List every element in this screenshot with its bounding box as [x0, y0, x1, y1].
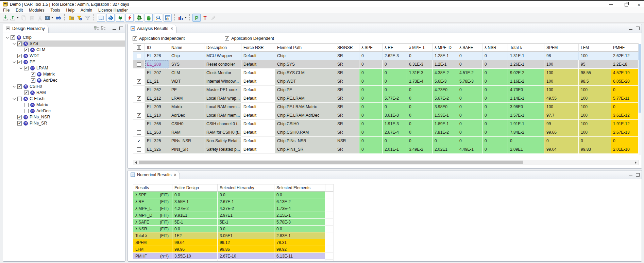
cell--mpf-l[interactable]: 1.31E-3: [407, 69, 433, 77]
menu-help[interactable]: Help: [63, 7, 78, 13]
row-checkbox[interactable]: [137, 113, 141, 118]
cell--mpf-d[interactable]: 1.89E-1: [433, 120, 457, 128]
result-value-cell[interactable]: 0.0: [218, 226, 274, 232]
tree-item-pins_nsr[interactable]: RPINs_NSR: [3, 114, 125, 120]
row-checkbox[interactable]: [137, 130, 141, 135]
column-header-total-[interactable]: Total λ: [508, 43, 544, 52]
result-value-cell[interactable]: 2.67E-1: [218, 198, 274, 205]
result-label-cell[interactable]: λ SAFE(FIT): [133, 219, 172, 226]
cell-element-path[interactable]: Chip: [275, 52, 335, 60]
result-label-cell[interactable]: λ MPF_L(FIT): [133, 205, 172, 212]
result-value-cell[interactable]: 0.0: [274, 192, 325, 198]
cell-spfm[interactable]: 100: [544, 86, 579, 94]
cell-element-path[interactable]: Chip.CSIH0: [275, 120, 335, 128]
cell--spf[interactable]: 0: [359, 77, 383, 86]
cell--mpf-d[interactable]: 1.2E-1: [433, 60, 457, 69]
cell-total-[interactable]: 2.09E1: [508, 145, 544, 154]
panel-minimize-button[interactable]: [629, 27, 632, 30]
cell-sr-nsr[interactable]: SR: [335, 60, 359, 69]
row-checkbox[interactable]: [137, 54, 141, 58]
table-row-el_21[interactable]: EL_21WDTInternal Window...DefaultChip.WD…: [133, 77, 639, 86]
t-marker-icon[interactable]: T: [201, 14, 209, 21]
row-checkbox-cell[interactable]: [133, 86, 145, 94]
cell--spf[interactable]: 0: [359, 145, 383, 154]
row-checkbox[interactable]: [137, 71, 141, 75]
menu-admin[interactable]: Admin: [78, 7, 95, 13]
result-value-cell[interactable]: 99.96: [172, 246, 218, 253]
cell--safe[interactable]: 4.49E-1: [457, 145, 482, 154]
result-value-cell[interactable]: 99.12: [218, 239, 274, 246]
tree-item-ram[interactable]: RRAM: [3, 89, 125, 96]
cell-force-nsr[interactable]: Default: [241, 69, 275, 77]
cell-spfm[interactable]: 49.55: [544, 94, 579, 103]
cell-name[interactable]: LRAM: [169, 94, 204, 103]
cell-id[interactable]: EL_263: [145, 128, 169, 137]
cell-sr-nsr[interactable]: SR: [335, 120, 359, 128]
row-checkbox[interactable]: [137, 139, 141, 143]
tree-checkbox[interactable]: [31, 72, 35, 77]
row-checkbox[interactable]: [137, 88, 141, 92]
cell--nsr[interactable]: 0: [482, 103, 508, 111]
result-value-cell[interactable]: 78.31: [274, 239, 325, 246]
cell-id[interactable]: EL_268: [145, 120, 169, 128]
result-label-cell[interactable]: SPFM: [133, 239, 172, 246]
dropdown-caret-icon[interactable]: [185, 17, 187, 18]
application-dependent-checkbox[interactable]: [225, 36, 229, 41]
cell-spfm[interactable]: 100: [544, 60, 579, 69]
table-row-el_326[interactable]: EL_326PINs_SRSafety Related p...DefaultC…: [133, 145, 639, 154]
cell--rf[interactable]: 0: [383, 137, 407, 145]
select-all-checkbox-cell[interactable]: [133, 43, 145, 52]
tree-item-sys[interactable]: RSYS: [3, 40, 125, 47]
table-row-el_209[interactable]: EL_209MatrixLocal RAM mem...DefaultChip.…: [133, 103, 639, 111]
cell--mpf-l[interactable]: 0: [407, 128, 433, 137]
cell-sr-nsr[interactable]: SR: [335, 103, 359, 111]
cell-pmhf[interactable]: 0: [611, 137, 639, 145]
tree-item-csih0[interactable]: RCSIH0: [3, 83, 125, 89]
cell--spf[interactable]: 0: [359, 60, 383, 69]
column-header--spf[interactable]: λ SPF: [359, 43, 383, 52]
cell-element-path[interactable]: Chip.PINs_SR: [275, 145, 335, 154]
cell-name[interactable]: PE: [169, 86, 204, 94]
cell-spfm[interactable]: 97.7: [544, 111, 579, 120]
cell-spfm[interactable]: 99: [544, 120, 579, 128]
column-header-results[interactable]: Results: [133, 184, 172, 192]
select-all-checkbox[interactable]: [137, 45, 141, 50]
row-checkbox-cell[interactable]: [133, 77, 145, 86]
tree-item-chip[interactable]: RChip: [3, 34, 125, 40]
tree-checkbox[interactable]: [24, 66, 29, 70]
chevron-down-icon[interactable]: [4, 36, 10, 38]
column-header-force-nsr[interactable]: Force NSR: [241, 43, 275, 52]
cell-lfm[interactable]: 98.5: [579, 77, 611, 86]
column-header-description[interactable]: Description: [204, 43, 241, 52]
cell--nsr[interactable]: 0: [482, 128, 508, 137]
filter-apply-icon[interactable]: [75, 14, 83, 21]
scrollbar-thumb[interactable]: [139, 161, 523, 164]
cell-element-path[interactable]: Chip.SYS.CLM: [275, 69, 335, 77]
cell--rf[interactable]: 2.62E-3: [383, 52, 407, 60]
chart-window-icon[interactable]: [164, 14, 172, 22]
result-label-cell[interactable]: Total λ(FIT): [133, 232, 172, 239]
tab-close-icon[interactable]: ×: [174, 172, 176, 177]
tree-checkbox[interactable]: [24, 48, 29, 52]
dropdown-caret-icon[interactable]: [17, 17, 19, 18]
tree-item-clm[interactable]: RCLM: [3, 47, 125, 53]
column-header--safe[interactable]: λ SAFE: [457, 43, 482, 52]
chevron-down-icon[interactable]: [11, 98, 17, 100]
cell-lfm[interactable]: 100: [579, 128, 611, 137]
cell-force-nsr[interactable]: Default: [241, 137, 275, 145]
cell--nsr[interactable]: 0: [482, 52, 508, 60]
cell--nsr[interactable]: 0: [482, 60, 508, 69]
cell--mpf-d[interactable]: 5.6E-3: [433, 77, 457, 86]
plug-icon[interactable]: [116, 14, 124, 22]
tree-item-adrdec[interactable]: RAdrDec: [3, 108, 125, 114]
cell--nsr[interactable]: 0: [482, 111, 508, 120]
cell-id[interactable]: EL_325: [145, 137, 169, 145]
column-header-lfm[interactable]: LFM: [579, 43, 611, 52]
tree-checkbox[interactable]: [17, 97, 22, 101]
column-header-name[interactable]: Name: [169, 43, 204, 52]
tab-numerical-results[interactable]: Numerical Results ×: [128, 170, 180, 179]
result-value-cell[interactable]: 99.92: [274, 246, 325, 253]
cell-name[interactable]: SYS: [169, 60, 204, 69]
cell--rf[interactable]: 0: [383, 69, 407, 77]
cell-lfm[interactable]: 98.55: [579, 69, 611, 77]
